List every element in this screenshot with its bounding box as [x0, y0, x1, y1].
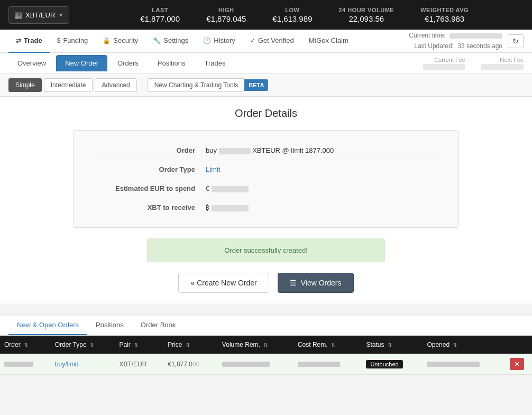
nav-bar: ⇄ Trade $ Funding 🔒 Security 🔧 Settings … [0, 30, 532, 53]
last-updated-label: Last Updated: [414, 42, 454, 50]
xbt-amount-redacted [212, 205, 249, 211]
bottom-tabs: New & Open Orders Positions Order Book [0, 316, 532, 336]
order-type-row: Order Type Limit [89, 160, 443, 179]
cell-delete[interactable]: ✕ [506, 354, 532, 375]
price-trailing: 00 [192, 361, 199, 368]
bottom-tab-open-orders[interactable]: New & Open Orders [8, 316, 87, 335]
beta-main-label[interactable]: New Charting & Trading Tools [148, 78, 245, 92]
sort-icon-order[interactable]: ⇅ [24, 342, 28, 348]
mode-bar: Simple Intermediate Advanced New Chartin… [0, 74, 532, 97]
nav-trade[interactable]: ⇄ Trade [8, 30, 50, 53]
success-text-suffix: successfully created! [244, 246, 308, 254]
mode-advanced[interactable]: Advanced [95, 78, 136, 92]
nav-funding[interactable]: $ Funding [50, 30, 96, 53]
mode-intermediate[interactable]: Intermediate [44, 78, 93, 92]
cell-cost [293, 354, 362, 375]
stat-value-volume: 22,093.56 [338, 14, 394, 23]
eur-amount-redacted [212, 186, 249, 192]
tab-positions[interactable]: Positions [149, 55, 195, 71]
col-actions [506, 336, 532, 354]
bottom-tab-order-book[interactable]: Order Book [132, 316, 184, 335]
order-id-redacted [219, 148, 251, 154]
xbt-prefix: ₿ [206, 204, 209, 211]
cell-order-type: buy/limit [51, 354, 115, 375]
delete-order-button[interactable]: ✕ [510, 358, 524, 370]
nav-get-verified-label: Get Verified [258, 36, 294, 44]
cell-volume [218, 354, 293, 375]
nav-mtgox[interactable]: MtGox Claim [301, 30, 356, 53]
table-row: buy/limit XBT/EUR €1,877.000 Untouched ✕ [0, 354, 532, 375]
nav-time-section: Current time: Last Updated: 33 seconds a… [409, 31, 524, 51]
create-new-order-button[interactable]: « Create New Order [178, 273, 269, 293]
pair-selector[interactable]: ▦ XBT/EUR ▼ [8, 6, 69, 24]
col-pair: Pair ⇅ [115, 336, 163, 354]
current-time-value [450, 33, 502, 39]
stat-value-last: €1,877.000 [140, 14, 180, 23]
xbt-row: XBT to receive ₿ [89, 198, 443, 217]
sort-icon-status[interactable]: ⇅ [388, 342, 392, 348]
main-content: Order Details Order buy XBTEUR @ limit 1… [0, 97, 532, 303]
success-message: Order successfully created! [147, 238, 385, 262]
tab-new-order[interactable]: New Order [56, 55, 107, 71]
sort-icon-opened[interactable]: ⇅ [453, 342, 457, 348]
col-volume-rem: Volume Rem. ⇅ [218, 336, 293, 354]
trade-icon: ⇄ [16, 37, 21, 44]
settings-icon: 🔧 [153, 37, 161, 44]
bottom-tab-positions[interactable]: Positions [87, 316, 132, 335]
current-fee-block: Current Fee [423, 57, 465, 70]
order-pair: XBTEUR [252, 146, 280, 154]
current-time-label: Current time: [409, 32, 445, 39]
top-bar: ▦ XBT/EUR ▼ LAST€1,877.000HIGH€1,879.045… [0, 0, 532, 30]
bottom-section: New & Open Orders Positions Order Book O… [0, 314, 532, 375]
beta-badge: BETA [244, 79, 268, 91]
col-status: Status ⇅ [362, 336, 423, 354]
fee-info: Current Fee Next Fee [423, 57, 524, 70]
chart-icon: ▦ [14, 10, 22, 20]
caret-icon: ▼ [58, 12, 63, 18]
eur-value: € [206, 185, 249, 192]
success-text-prefix: Order [224, 246, 244, 254]
order-limit-suffix: @ limit 1877.000 [282, 146, 334, 154]
tab-trades[interactable]: Trades [196, 55, 235, 71]
sort-icon-volume[interactable]: ⇅ [263, 342, 268, 348]
nav-settings[interactable]: 🔧 Settings [145, 30, 196, 53]
beta-button[interactable]: New Charting & Trading Tools BETA [148, 78, 269, 92]
stat-value-wavg: €1,763.983 [420, 14, 469, 23]
order-field-label: Order [89, 146, 206, 154]
col-price: Price ⇅ [163, 336, 218, 354]
order-field-value: buy XBTEUR @ limit 1877.000 [206, 146, 334, 154]
order-buy-prefix: buy [206, 146, 219, 154]
nav-get-verified[interactable]: ✓ Get Verified [243, 30, 301, 53]
nav-history[interactable]: 🕐 History [196, 30, 242, 53]
nav-mtgox-label: MtGox Claim [309, 36, 348, 44]
col-cost-rem: Cost Rem. ⇅ [293, 336, 362, 354]
tab-overview[interactable]: Overview [8, 55, 55, 71]
volume-redacted [222, 362, 270, 367]
sort-icon-price[interactable]: ⇅ [186, 342, 190, 348]
sort-icon-pair[interactable]: ⇅ [134, 342, 138, 348]
eur-label: Estimated EUR to spend [89, 185, 206, 192]
sort-icon-type[interactable]: ⇅ [90, 342, 94, 348]
mode-simple[interactable]: Simple [8, 78, 42, 92]
col-opened: Opened ⇅ [423, 336, 506, 354]
refresh-button[interactable]: ↻ [508, 34, 524, 48]
view-orders-button[interactable]: ☰ View Orders [278, 273, 354, 293]
cell-order-id [0, 354, 51, 375]
xbt-label: XBT to receive [89, 204, 206, 211]
nav-settings-label: Settings [163, 36, 188, 44]
order-id-cell-redacted [4, 362, 33, 367]
order-type-label: Order Type [89, 165, 206, 173]
order-details-title: Order Details [8, 107, 524, 119]
current-fee-value [423, 64, 465, 70]
tab-orders[interactable]: Orders [108, 55, 148, 71]
xbt-value: ₿ [206, 204, 249, 211]
nav-funding-label: Funding [63, 36, 88, 44]
orders-table-body: buy/limit XBT/EUR €1,877.000 Untouched ✕ [0, 354, 532, 375]
nav-security[interactable]: 🔒 Security [95, 30, 145, 53]
cell-price: €1,877.000 [163, 354, 218, 375]
stat-label-last: LAST [140, 7, 180, 13]
sort-icon-cost[interactable]: ⇅ [331, 342, 335, 348]
last-updated-value: 33 seconds ago [457, 42, 502, 50]
order-type-link[interactable]: Limit [206, 165, 220, 173]
next-fee-block: Next Fee [481, 57, 524, 70]
